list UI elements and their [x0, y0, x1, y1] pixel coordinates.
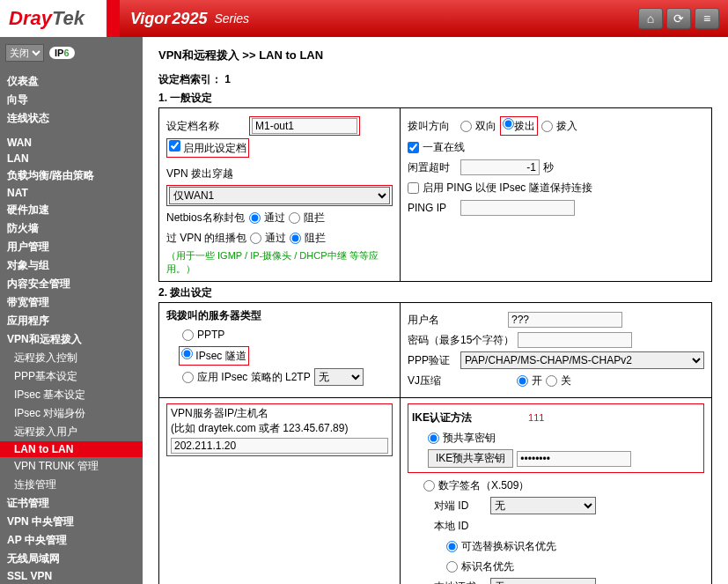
- nav-cert[interactable]: 证书管理: [0, 494, 143, 513]
- sig-radio[interactable]: [423, 480, 435, 492]
- host-label: VPN服务器IP/主机名: [171, 406, 388, 421]
- settings-icon[interactable]: ≡: [695, 8, 719, 29]
- nav-objects[interactable]: 对象与组: [0, 256, 143, 275]
- nav-wlan[interactable]: 无线局域网: [0, 550, 143, 568]
- local-id-label: 本地 ID: [434, 519, 468, 534]
- peer-id-label: 对端 ID: [434, 499, 487, 514]
- server-type-label: 我拨叫的服务器类型: [166, 308, 393, 323]
- nav-lan-to-lan[interactable]: LAN to LAN: [0, 441, 143, 457]
- nav-vpn-ipsec[interactable]: IPsec 基本设定: [0, 386, 143, 404]
- direction-label: 拨叫方向: [408, 119, 457, 134]
- nav-lan[interactable]: LAN: [0, 151, 143, 166]
- nav-hwaccel[interactable]: 硬件加速: [0, 201, 143, 219]
- nav-vpn-remote[interactable]: 远程拨入控制: [0, 349, 143, 367]
- ping-keep-checkbox[interactable]: [408, 182, 419, 194]
- profile-name-input[interactable]: [252, 118, 357, 134]
- ipv6-badge[interactable]: IP6: [49, 47, 75, 59]
- nav-wizard[interactable]: 向导: [0, 91, 143, 109]
- multicast-block-radio[interactable]: [290, 233, 301, 244]
- nav-firewall[interactable]: 防火墙: [0, 219, 143, 238]
- psk-input[interactable]: [517, 451, 631, 467]
- nav-sslvpn[interactable]: SSL VPN: [0, 568, 143, 584]
- ping-ip-input[interactable]: [460, 200, 575, 216]
- local-cert-select[interactable]: 无: [490, 578, 596, 584]
- netbios-pass-radio[interactable]: [249, 212, 261, 224]
- nav-vpn-trunk[interactable]: VPN TRUNK 管理: [0, 457, 143, 476]
- dir-in-radio[interactable]: [541, 121, 553, 132]
- nav-csm[interactable]: 内容安全管理: [0, 275, 143, 293]
- nav-dashboard[interactable]: 仪表盘: [0, 72, 143, 91]
- password-label: 密码（最多15个字符）: [408, 333, 514, 348]
- dialout-right-top: 用户名 密码（最多15个字符） PPP验证 PAP/CHAP/MS-CHAP/M…: [400, 302, 712, 398]
- nav-loadbalance[interactable]: 负载均衡/路由策略: [0, 166, 143, 185]
- nav-online[interactable]: 连线状态: [0, 109, 143, 128]
- ike-note: 111: [528, 412, 544, 423]
- idle-input[interactable]: [460, 159, 540, 175]
- l2tp-policy-select[interactable]: 无: [314, 368, 364, 386]
- nav-vpn-conn[interactable]: 连接管理: [0, 476, 143, 494]
- dir-both-radio[interactable]: [460, 121, 472, 132]
- ike-title: IKE认证方法: [412, 410, 472, 425]
- dialthrough-select[interactable]: 仅WAN1: [169, 187, 390, 204]
- netbios-block-radio[interactable]: [289, 212, 300, 224]
- nav-apps[interactable]: 应用程序: [0, 312, 143, 330]
- vj-on-radio[interactable]: [517, 375, 528, 387]
- section-2-title: 2. 拨出设定: [158, 285, 712, 300]
- nav-vpn-peer[interactable]: IPsec 对端身份: [0, 404, 143, 423]
- nav-ap-central[interactable]: AP 中央管理: [0, 531, 143, 550]
- nav-usermgmt[interactable]: 用户管理: [0, 238, 143, 256]
- ppp-auth-label: PPP验证: [408, 353, 457, 368]
- psk-button[interactable]: IKE预共享密钥: [428, 449, 513, 468]
- breadcrumb: VPN和远程拨入 >> LAN to LAN: [158, 48, 712, 63]
- subject-radio[interactable]: [446, 561, 458, 573]
- multicast-pass-radio[interactable]: [250, 233, 261, 244]
- dialout-left: 我拨叫的服务器类型 PPTP IPsec 隧道 应用 IPsec 策略的 L2T…: [158, 302, 400, 398]
- ping-ip-label: PING IP: [408, 202, 457, 214]
- nav-vpn-central[interactable]: VPN 中央管理: [0, 513, 143, 531]
- psk-radio[interactable]: [428, 432, 439, 444]
- profile-name-label: 设定档名称: [166, 119, 246, 134]
- ipsec-radio[interactable]: [181, 348, 193, 359]
- multicast-note: （用于一些 IGMP / IP-摄像头 / DHCP中继 等等应用。）: [166, 249, 393, 276]
- sidebar: 关闭 IP6 仪表盘 向导 连线状态 WAN LAN 负载均衡/路由策略 NAT…: [0, 37, 143, 584]
- home-icon[interactable]: ⌂: [638, 8, 663, 29]
- vpn-host-box: VPN服务器IP/主机名 (比如 draytek.com 或者 123.45.6…: [158, 397, 400, 584]
- netbios-label: Netbios名称封包: [166, 211, 246, 225]
- nav-vpn[interactable]: VPN和远程拨入: [0, 330, 143, 349]
- nav-bandwidth[interactable]: 带宽管理: [0, 293, 143, 312]
- vj-off-radio[interactable]: [546, 375, 557, 387]
- enable-profile-label: 启用此设定档: [183, 142, 246, 154]
- alt-subject-radio[interactable]: [446, 541, 458, 552]
- ike-box: IKE认证方法 111 预共享密钥 IKE预共享密钥 数字签名（X.509） 对: [400, 397, 712, 584]
- vj-label: VJ压缩: [408, 373, 457, 388]
- header-curve: [93, 0, 120, 37]
- host-input[interactable]: [171, 438, 388, 454]
- password-input[interactable]: [518, 332, 632, 348]
- lang-select[interactable]: 关闭: [5, 44, 44, 62]
- profile-index: 设定档索引： 1: [158, 72, 712, 87]
- nav-vpn-ppp[interactable]: PPP基本设定: [0, 367, 143, 386]
- refresh-icon[interactable]: ⟳: [666, 8, 691, 29]
- nav-menu: 仪表盘 向导 连线状态 WAN LAN 负载均衡/路由策略 NAT 硬件加速 防…: [0, 72, 143, 584]
- general-left: 设定档名称 启用此设定档 VPN 拨出穿越 仅WAN1 Netbios名称封包 …: [158, 107, 400, 282]
- multicast-label: 过 VPN 的组播包: [166, 231, 246, 246]
- section-1-title: 1. 一般设定: [158, 91, 712, 106]
- nav-wan[interactable]: WAN: [0, 135, 143, 151]
- model-title: Vigor2925 Series: [120, 0, 638, 37]
- local-cert-label: 本地证书: [434, 580, 487, 585]
- peer-id-select[interactable]: 无: [490, 497, 596, 514]
- dir-out-radio[interactable]: [503, 118, 514, 129]
- ppp-auth-select[interactable]: PAP/CHAP/MS-CHAP/MS-CHAPv2: [460, 351, 704, 369]
- nav-vpn-dialin[interactable]: 远程拨入用户: [0, 423, 143, 441]
- l2tp-radio[interactable]: [182, 372, 194, 383]
- username-label: 用户名: [408, 313, 504, 328]
- always-on-checkbox[interactable]: [408, 142, 419, 153]
- nav-nat[interactable]: NAT: [0, 185, 143, 201]
- username-input[interactable]: [508, 312, 622, 328]
- general-right: 拨叫方向 双向 拨出 拨入 一直在线 闲置超时 秒 启用 PING 以便 IPs…: [400, 107, 712, 282]
- pptp-radio[interactable]: [182, 329, 194, 341]
- brand-logo: DrayTek: [0, 7, 93, 30]
- idle-label: 闲置超时: [408, 160, 457, 175]
- ping-keep-label: 启用 PING 以便 IPsec 隧道保持连接: [423, 181, 592, 196]
- enable-profile-checkbox[interactable]: [169, 140, 180, 152]
